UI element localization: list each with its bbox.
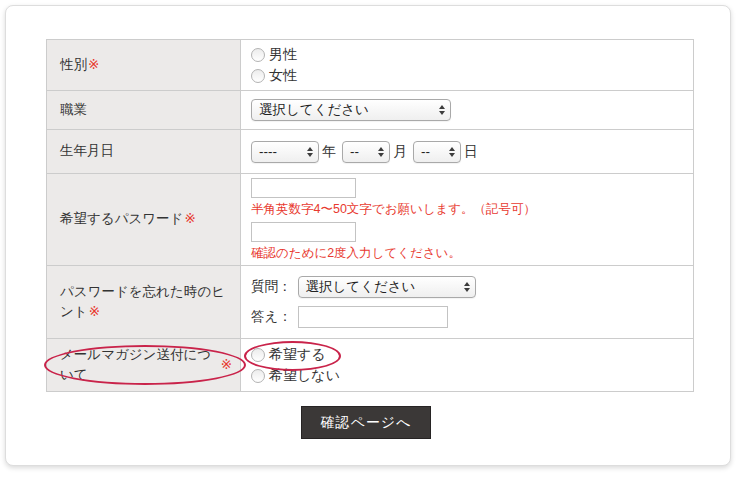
year-unit-label: 年 [322,143,336,161]
password-hint-label: パスワードを忘れた時のヒント※ [60,282,232,323]
password-hint-content-cell: 質問： 選択してください 答え： [241,266,693,338]
occupation-select[interactable]: 選択してください [251,99,451,121]
birth-year-value: ---- [259,144,277,159]
mail-magazine-option-no-label: 希望しない [269,367,340,385]
required-mark: ※ [89,304,100,319]
birthdate-content-cell: ---- 年 -- 月 -- 日 [241,130,693,173]
month-unit-label: 月 [393,143,407,161]
hint-answer-input[interactable] [298,306,448,328]
password-hint-text: 半角英数字4〜50文字でお願いします。（記号可） [251,201,683,217]
password-label-cell: 希望するパスワード※ [47,174,241,265]
mail-magazine-option-no[interactable]: 希望しない [251,365,683,386]
table-row-mail-magazine: メールマガジン送付について※ 希望する 希望しない [47,339,693,391]
select-stepper-icon [378,147,384,157]
birth-month-value: -- [350,144,359,159]
day-unit-label: 日 [464,143,478,161]
password-confirm-input[interactable] [251,222,356,242]
birth-day-value: -- [421,144,430,159]
select-stepper-icon [464,282,470,292]
birthdate-label: 生年月日 [60,141,114,161]
gender-option-female-label: 女性 [269,67,297,85]
mail-magazine-content-cell: 希望する 希望しない [241,339,693,391]
radio-icon[interactable] [251,369,265,383]
select-stepper-icon [307,147,313,157]
table-row-occupation: 職業 選択してください [47,91,693,130]
gender-label-cell: 性別※ [47,40,241,90]
radio-icon[interactable] [251,348,265,362]
select-stepper-icon [449,147,455,157]
mail-magazine-label-cell: メールマガジン送付について※ [47,339,241,391]
mail-magazine-option-yes-label: 希望する [269,346,326,364]
required-mark: ※ [221,355,232,375]
table-row-gender: 性別※ 男性 女性 [47,40,693,91]
occupation-select-value: 選択してください [259,101,369,119]
birth-day-select[interactable]: -- [413,141,461,163]
hint-question-value: 選択してください [306,278,416,296]
radio-icon[interactable] [251,48,265,62]
password-hint-label-cell: パスワードを忘れた時のヒント※ [47,266,241,338]
radio-icon[interactable] [251,69,265,83]
answer-label: 答え： [251,308,292,326]
required-mark: ※ [184,209,195,229]
password-input[interactable] [251,178,356,198]
birth-year-select[interactable]: ---- [251,141,319,163]
birthdate-label-cell: 生年月日 [47,130,241,173]
occupation-label: 職業 [60,100,87,120]
birth-month-select[interactable]: -- [342,141,390,163]
select-stepper-icon [439,105,445,115]
password-label: 希望するパスワード [60,209,183,229]
password-content-cell: 半角英数字4〜50文字でお願いします。（記号可） 確認のために2度入力してくださ… [241,174,693,265]
occupation-content-cell: 選択してください [241,91,693,129]
mail-magazine-option-yes[interactable]: 希望する [251,344,683,365]
table-row-birthdate: 生年月日 ---- 年 -- 月 -- [47,130,693,174]
confirm-page-button[interactable]: 確認ページへ [301,406,431,439]
required-mark: ※ [88,55,99,75]
occupation-label-cell: 職業 [47,91,241,129]
hint-question-select[interactable]: 選択してください [298,276,476,298]
gender-option-female[interactable]: 女性 [251,65,683,86]
table-row-password-hint: パスワードを忘れた時のヒント※ 質問： 選択してください 答え： [47,266,693,339]
table-row-password: 希望するパスワード※ 半角英数字4〜50文字でお願いします。（記号可） 確認のた… [47,174,693,266]
registration-form-table: 性別※ 男性 女性 職業 選択してください [46,39,694,392]
form-card: 性別※ 男性 女性 職業 選択してください [5,5,731,466]
question-label: 質問： [251,278,292,296]
gender-label: 性別 [60,55,87,75]
gender-content-cell: 男性 女性 [241,40,693,90]
gender-option-male[interactable]: 男性 [251,44,683,65]
mail-magazine-label: メールマガジン送付について [60,345,220,386]
gender-option-male-label: 男性 [269,46,297,64]
password-confirm-hint-text: 確認のために2度入力してください。 [251,245,683,261]
